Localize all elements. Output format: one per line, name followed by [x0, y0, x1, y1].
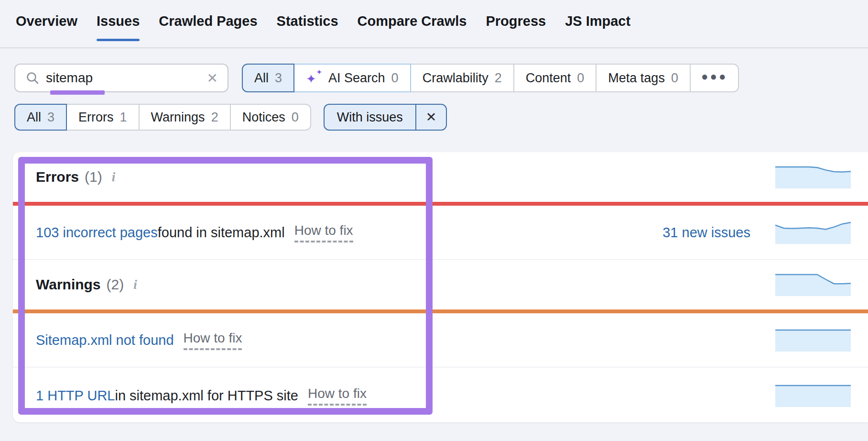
chip-label: Meta tags: [608, 71, 665, 86]
severity-chip-all[interactable]: All3: [14, 104, 67, 131]
applied-filter-label: With issues: [325, 105, 415, 130]
new-issues-link[interactable]: 31 new issues: [662, 225, 750, 241]
issue-link-sitemap-not-found[interactable]: Sitemap.xml not found: [36, 332, 174, 348]
http-url-trend-sparkline: [775, 384, 851, 407]
chip-count: 3: [47, 110, 54, 125]
ellipsis-icon: ●●●: [701, 70, 728, 83]
section-count: (2): [107, 276, 124, 293]
severity-chip-warnings[interactable]: Warnings2: [139, 104, 231, 131]
chip-label: All: [27, 110, 41, 125]
filter-chip-ai-search[interactable]: ✦✦AI Search0: [293, 64, 411, 92]
issue-text: found in sitemap.xml: [158, 225, 285, 241]
chip-count: 1: [120, 110, 127, 125]
applied-filter-chip[interactable]: With issues ✕: [324, 104, 447, 131]
issues-list-card: Errors(1)i103 incorrect pages found in s…: [13, 152, 868, 422]
how-to-fix-link[interactable]: How to fix: [294, 223, 353, 243]
tab-issues[interactable]: Issues: [97, 13, 140, 40]
tab-statistics[interactable]: Statistics: [277, 13, 338, 40]
chip-count: 0: [671, 71, 678, 86]
chip-count: 0: [292, 110, 299, 125]
errors-header-trend-sparkline: [775, 165, 851, 188]
chip-label: Content: [526, 71, 571, 86]
filter-chip-all[interactable]: All3: [242, 64, 294, 92]
section-header-warnings: Warnings(2)i: [13, 260, 868, 309]
issue-text: in sitemap.xml for HTTPS site: [115, 388, 298, 404]
section-title: Warnings: [36, 276, 101, 293]
tab-crawled-pages[interactable]: Crawled Pages: [159, 13, 257, 40]
filters-bar: ✕ All3✦✦AI Search0Crawlability2Content0M…: [0, 48, 868, 131]
errors-severity-bar: [13, 202, 868, 206]
incorrect-pages-trend-sparkline: [775, 221, 851, 244]
chip-count: 0: [577, 71, 584, 86]
nav-tabs: OverviewIssuesCrawled PagesStatisticsCom…: [16, 13, 868, 40]
remove-filter-button[interactable]: ✕: [416, 105, 446, 130]
chip-label: Warnings: [151, 110, 205, 125]
issue-row-http-url: 1 HTTP URL in sitemap.xml for HTTPS site…: [13, 367, 868, 424]
search-input[interactable]: [46, 70, 180, 86]
tab-overview[interactable]: Overview: [16, 13, 77, 40]
filter-row-severity: All3Errors1Warnings2Notices0 With issues…: [14, 104, 868, 131]
issue-row-sitemap-not-found: Sitemap.xml not foundHow to fix: [13, 313, 868, 367]
warnings-severity-bar: [13, 309, 868, 313]
sparkles-icon: ✦✦: [306, 70, 322, 86]
chip-label: Crawlability: [423, 71, 488, 86]
filter-chip-crawlability[interactable]: Crawlability2: [410, 64, 514, 92]
chip-label: Notices: [242, 110, 285, 125]
tab-progress[interactable]: Progress: [486, 13, 546, 40]
section-header-errors: Errors(1)i: [13, 152, 868, 202]
tab-compare-crawls[interactable]: Compare Crawls: [358, 13, 467, 40]
search-box[interactable]: ✕: [14, 64, 228, 92]
top-navigation: OverviewIssuesCrawled PagesStatisticsCom…: [0, 0, 868, 48]
warnings-header-trend-sparkline: [775, 273, 851, 296]
search-icon: [26, 71, 39, 85]
sparkle-small: ✦: [316, 68, 322, 77]
info-icon[interactable]: i: [112, 170, 116, 185]
site-audit-page: OverviewIssuesCrawled PagesStatisticsCom…: [0, 0, 868, 441]
tab-js-impact[interactable]: JS Impact: [565, 13, 630, 40]
issue-link-incorrect-pages[interactable]: 103 incorrect pages: [36, 225, 158, 241]
severity-filter-group: All3Errors1Warnings2Notices0: [14, 104, 311, 131]
info-icon[interactable]: i: [133, 277, 137, 292]
chip-count: 2: [211, 110, 218, 125]
chip-count: 2: [495, 71, 502, 86]
annotation-search-underline: [50, 90, 105, 95]
sparkle-big: ✦: [306, 72, 316, 87]
filter-row-categories: ✕ All3✦✦AI Search0Crawlability2Content0M…: [14, 64, 868, 92]
chip-label: All: [254, 71, 269, 86]
more-filters-button[interactable]: ●●●: [690, 64, 739, 92]
section-title: Errors: [36, 169, 79, 185]
issue-row-incorrect-pages: 103 incorrect pages found in sitemap.xml…: [13, 206, 868, 260]
chip-count: 3: [275, 71, 282, 86]
chip-label: AI Search: [328, 71, 385, 86]
issues-rows: Errors(1)i103 incorrect pages found in s…: [13, 152, 868, 424]
severity-chip-errors[interactable]: Errors1: [66, 104, 140, 131]
how-to-fix-link[interactable]: How to fix: [308, 386, 367, 406]
how-to-fix-link[interactable]: How to fix: [184, 331, 242, 350]
section-count: (1): [85, 169, 102, 185]
category-filter-group: All3✦✦AI Search0Crawlability2Content0Met…: [242, 64, 739, 92]
severity-chip-notices[interactable]: Notices0: [230, 104, 311, 131]
filter-chip-content[interactable]: Content0: [513, 64, 597, 92]
filter-chip-meta-tags[interactable]: Meta tags0: [596, 64, 691, 92]
issue-link-http-url[interactable]: 1 HTTP URL: [36, 388, 115, 404]
clear-search-icon[interactable]: ✕: [207, 70, 218, 86]
sitemap-not-found-trend-sparkline: [775, 329, 851, 352]
chip-label: Errors: [78, 110, 114, 125]
chip-count: 0: [391, 71, 399, 86]
